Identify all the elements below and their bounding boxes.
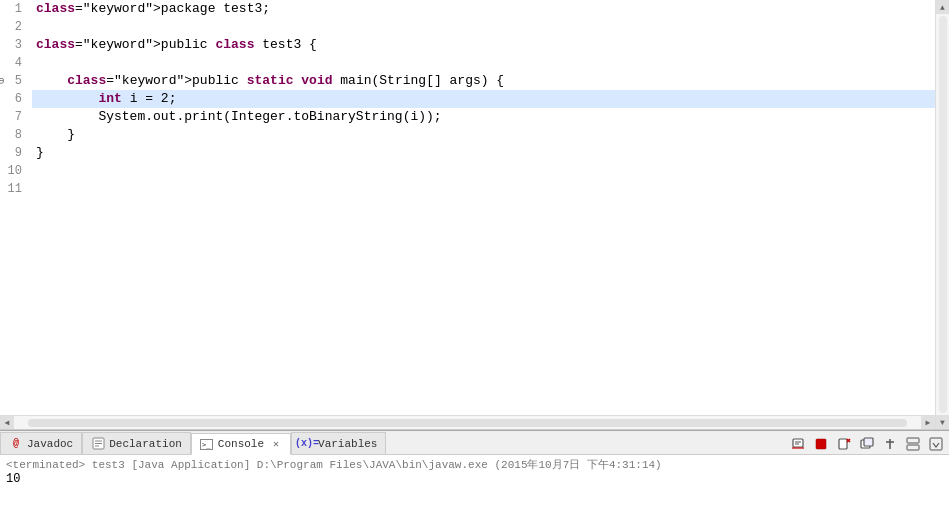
scroll-right-button[interactable]: ▶ — [921, 416, 935, 430]
javadoc-icon: @ — [9, 437, 23, 451]
view-menu-button[interactable] — [925, 434, 947, 454]
svg-rect-9 — [816, 439, 826, 449]
variables-icon: (x)= — [300, 437, 314, 451]
line-number-5: 5 — [0, 72, 26, 90]
line-number-2: 2 — [0, 18, 26, 36]
console-status-line: <terminated> test3 [Java Application] D:… — [6, 457, 943, 472]
tab-variables-label: Variables — [318, 438, 377, 450]
line-number-1: 1 — [0, 0, 26, 18]
vscrollbar-track[interactable] — [939, 16, 947, 413]
line-number-4: 4 — [0, 54, 26, 72]
vertical-scrollbar[interactable]: ▲ ▼ — [935, 0, 949, 429]
scroll-left-button[interactable]: ◀ — [0, 416, 14, 430]
code-line-3[interactable]: class="keyword">public class test3 { — [32, 36, 935, 54]
line-numbers: 1234567891011 — [0, 0, 32, 415]
svg-rect-10 — [839, 439, 847, 449]
stop-button[interactable] — [810, 434, 832, 454]
new-console-button[interactable] — [856, 434, 878, 454]
code-line-9[interactable]: } — [32, 144, 935, 162]
bottom-panel: @ Javadoc Declaration >_ C — [0, 430, 949, 532]
horizontal-scrollbar[interactable]: ◀ ▶ — [0, 415, 935, 429]
console-output-value: 10 — [6, 472, 943, 486]
svg-rect-17 — [907, 438, 919, 443]
code-content[interactable]: class="keyword">package test3; class="ke… — [32, 0, 935, 415]
svg-text:>_: >_ — [202, 441, 211, 449]
console-output-area: <terminated> test3 [Java Application] D:… — [0, 455, 949, 532]
code-editor[interactable]: 1234567891011 class="keyword">package te… — [0, 0, 935, 429]
tab-console-close[interactable]: ✕ — [270, 438, 282, 450]
tab-declaration-label: Declaration — [109, 438, 182, 450]
code-line-10[interactable] — [32, 162, 935, 180]
tab-javadoc-label: Javadoc — [27, 438, 73, 450]
line-number-7: 7 — [0, 108, 26, 126]
code-line-11[interactable] — [32, 180, 935, 198]
code-line-7[interactable]: System.out.print(Integer.toBinaryString(… — [32, 108, 935, 126]
clear-console-button[interactable] — [787, 434, 809, 454]
svg-rect-14 — [864, 438, 873, 446]
tab-console[interactable]: >_ Console ✕ — [191, 433, 291, 455]
line-number-11: 11 — [0, 180, 26, 198]
console-icon: >_ — [200, 437, 214, 451]
svg-rect-6 — [793, 439, 803, 447]
line-number-9: 9 — [0, 144, 26, 162]
tab-variables[interactable]: (x)= Variables — [291, 432, 386, 454]
code-line-6[interactable]: int i = 2; — [32, 90, 935, 108]
svg-rect-19 — [930, 438, 942, 450]
editor-area: 1234567891011 class="keyword">package te… — [0, 0, 949, 430]
line-number-8: 8 — [0, 126, 26, 144]
line-number-10: 10 — [0, 162, 26, 180]
code-line-5[interactable]: class="keyword">public static void main(… — [32, 72, 935, 90]
tabs-bar: @ Javadoc Declaration >_ C — [0, 431, 949, 455]
line-number-3: 3 — [0, 36, 26, 54]
tab-console-label: Console — [218, 438, 264, 450]
remove-terminated-button[interactable] — [833, 434, 855, 454]
svg-rect-18 — [907, 445, 919, 450]
scroll-up-button[interactable]: ▲ — [936, 0, 950, 14]
code-line-8[interactable]: } — [32, 126, 935, 144]
scroll-down-button[interactable]: ▼ — [936, 415, 950, 429]
code-line-2[interactable] — [32, 18, 935, 36]
code-line-4[interactable] — [32, 54, 935, 72]
code-line-1[interactable]: class="keyword">package test3; — [32, 0, 935, 18]
scrollbar-track[interactable] — [28, 419, 907, 427]
tab-actions — [785, 434, 949, 454]
tab-declaration[interactable]: Declaration — [82, 432, 191, 454]
line-number-6: 6 — [0, 90, 26, 108]
pin-console-button[interactable] — [879, 434, 901, 454]
layout-button[interactable] — [902, 434, 924, 454]
declaration-icon — [91, 437, 105, 451]
tab-javadoc[interactable]: @ Javadoc — [0, 432, 82, 454]
